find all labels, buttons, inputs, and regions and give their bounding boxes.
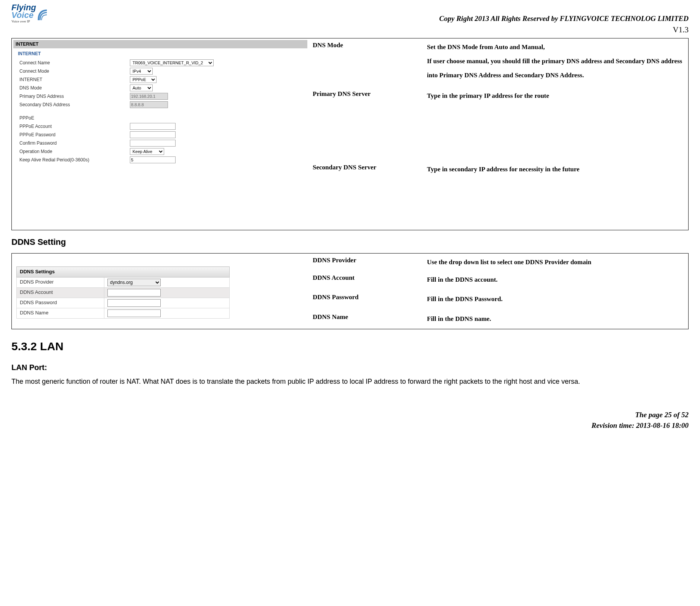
desc-value: Fill in the DDNS name. <box>427 312 684 326</box>
operation-mode-label: Operation Mode <box>19 148 130 155</box>
desc-name: Primary DNS Server <box>313 89 427 103</box>
ddns-account-label: DDNS Account <box>17 287 104 298</box>
ddns-password-input[interactable] <box>107 299 161 307</box>
desc-value: Fill in the DDNS account. <box>427 273 684 287</box>
desc-value: Use the drop down list to select one DDN… <box>427 255 684 269</box>
pppoe-account-label: PPPoE Account <box>19 123 130 130</box>
confirm-password-label: Confirm Password <box>19 140 130 147</box>
pppoe-account-input[interactable] <box>130 123 176 130</box>
desc-value: Type in the primary IP address for the r… <box>427 89 684 103</box>
ddns-name-label: DDNS Name <box>17 308 104 318</box>
internet-section-box: INTERNET INTERNET Connect Name TR069_VOI… <box>11 38 689 230</box>
page-footer: The page 25 of 52 Revision time: 2013-08… <box>11 410 689 431</box>
internet-select[interactable]: PPPoE <box>130 76 157 83</box>
dns-mode-select[interactable]: Auto <box>130 85 153 91</box>
secondary-dns-input[interactable] <box>130 101 168 108</box>
lan-paragraph: The most generic function of router is N… <box>11 376 689 387</box>
ddns-screenshot: DDNS Settings DDNS Provider dyndns.org D… <box>13 255 307 322</box>
desc-name: DDNS Password <box>313 292 427 306</box>
ddns-panel-title: DDNS Settings <box>17 267 230 277</box>
lan-port-heading: LAN Port: <box>11 362 689 373</box>
primary-dns-input[interactable] <box>130 93 168 100</box>
connect-name-label: Connect Name <box>19 60 130 66</box>
internet-screenshot: INTERNET INTERNET Connect Name TR069_VOI… <box>13 40 307 164</box>
pppoe-password-label: PPPoE Password <box>19 132 130 138</box>
ddns-provider-label: DDNS Provider <box>17 277 104 287</box>
internet-label: INTERNET <box>19 77 130 83</box>
copyright-text: Copy Right 2013 All Rights Reserved by F… <box>439 14 689 24</box>
footer-revision: Revision time: 2013-08-16 18:00 <box>11 420 689 431</box>
ddns-account-input[interactable] <box>107 289 161 297</box>
ddns-provider-select[interactable]: dyndns.org <box>107 279 161 286</box>
desc-value: Type in secondary IP address for necessi… <box>427 162 684 176</box>
desc-name: DDNS Provider <box>313 255 427 269</box>
pppoe-password-input[interactable] <box>130 131 176 138</box>
ddns-name-input[interactable] <box>107 309 161 317</box>
keepalive-label: Keep Alive Redial Period(0-3600s) <box>19 157 130 163</box>
secondary-dns-label: Secondary DNS Address <box>19 102 130 108</box>
dns-mode-label: DNS Mode <box>19 85 130 91</box>
desc-value: Set the DNS Mode from Auto and Manual, I… <box>427 40 684 83</box>
footer-page: The page 25 of 52 <box>11 410 689 421</box>
logo: Flying Voice Voice over IP <box>11 4 48 24</box>
pppoe-section-label: PPPoE <box>19 115 130 121</box>
desc-name: Secondary DNS Server <box>313 162 427 176</box>
version-text: V1.3 <box>11 24 689 35</box>
desc-name: DNS Mode <box>313 40 427 83</box>
primary-dns-label: Primary DNS Address <box>19 93 130 100</box>
connect-mode-label: Connect Mode <box>19 68 130 75</box>
ddns-password-label: DDNS Password <box>17 298 104 308</box>
panel-title: INTERNET <box>13 40 307 49</box>
confirm-password-input[interactable] <box>130 140 176 147</box>
ddns-description-column: DDNS Provider Use the drop down list to … <box>309 254 688 329</box>
internet-description-column: DNS Mode Set the DNS Mode from Auto and … <box>309 38 688 230</box>
page-header: Flying Voice Voice over IP Copy Right 20… <box>11 4 689 24</box>
connect-mode-select[interactable]: IPv4 <box>130 68 153 75</box>
desc-name: DDNS Account <box>313 273 427 287</box>
lan-heading: 5.3.2 LAN <box>11 338 689 354</box>
ddns-heading: DDNS Setting <box>11 236 689 248</box>
keepalive-input[interactable] <box>130 156 176 163</box>
operation-mode-select[interactable]: Keep Alive <box>130 148 164 155</box>
panel-subtitle: INTERNET <box>13 48 307 59</box>
signal-icon <box>37 6 48 22</box>
logo-line2: Voice <box>11 10 34 20</box>
ddns-section-box: DDNS Settings DDNS Provider dyndns.org D… <box>11 253 689 329</box>
connect-name-select[interactable]: TR069_VOICE_INTERNET_R_VID_2 <box>130 59 214 66</box>
desc-value: Fill in the DDNS Password. <box>427 292 684 306</box>
desc-name: DDNS Name <box>313 312 427 326</box>
